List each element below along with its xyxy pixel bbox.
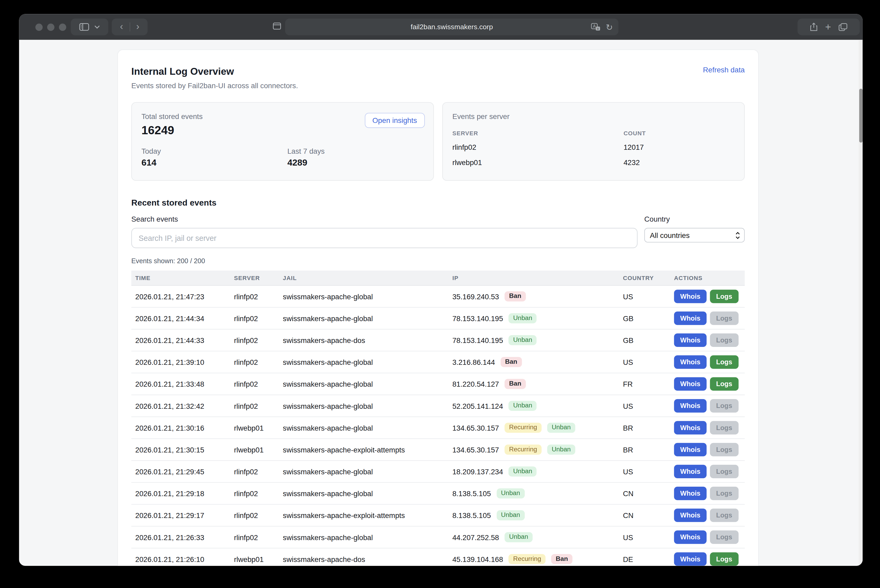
close-button[interactable] [35, 23, 43, 31]
col-jail: JAIL [279, 274, 448, 281]
fullscreen-button[interactable] [59, 23, 66, 31]
whois-button[interactable]: Whois [674, 443, 706, 456]
cell-jail: swissmakers-apache-dos [279, 555, 448, 563]
whois-button[interactable]: Whois [674, 530, 706, 544]
whois-button[interactable]: Whois [674, 377, 706, 391]
ip-address: 3.216.86.144 [452, 358, 495, 366]
unban-badge: Unban [547, 445, 575, 454]
logs-button[interactable]: Logs [710, 487, 738, 500]
page-display-icon[interactable] [273, 22, 281, 30]
eps-col-server: SERVER [452, 130, 624, 136]
page-header: Internal Log Overview Events stored by F… [131, 66, 745, 90]
cell-server: rlwebp01 [230, 446, 279, 454]
events-shown-count: Events shown: 200 / 200 [131, 257, 745, 265]
logs-button[interactable]: Logs [710, 290, 738, 303]
table-row: 2026.01.21, 21:29:17 rlinfp02 swissmaker… [131, 505, 745, 526]
whois-button[interactable]: Whois [674, 356, 706, 369]
logs-button[interactable]: Logs [710, 552, 738, 566]
logs-button[interactable]: Logs [710, 465, 738, 478]
events-per-server-title: Events per server [452, 112, 735, 121]
cell-time: 2026.01.21, 21:30:15 [131, 446, 230, 454]
new-tab-icon[interactable]: + [825, 22, 831, 32]
ip-address: 35.169.240.53 [452, 292, 499, 301]
cell-jail: swissmakers-apache-global [279, 380, 448, 388]
country-select[interactable]: All countries [644, 228, 745, 242]
logs-button[interactable]: Logs [710, 333, 738, 347]
forward-button[interactable]: › [130, 19, 146, 35]
unban-badge: Unban [509, 401, 537, 411]
logs-button[interactable]: Logs [710, 421, 738, 435]
url-bar[interactable]: fail2ban.swissmakers.corp A x ↻ [285, 18, 618, 35]
cell-server: rlinfp02 [230, 380, 279, 388]
whois-button[interactable]: Whois [674, 465, 706, 478]
cell-server: rlinfp02 [230, 358, 279, 366]
cell-jail: swissmakers-apache-exploit-attempts [279, 446, 448, 454]
col-actions: ACTIONS [670, 274, 745, 281]
chevron-down-icon[interactable] [94, 25, 100, 29]
scrollbar-track[interactable] [859, 40, 863, 566]
page-title: Internal Log Overview [131, 66, 298, 78]
reload-icon[interactable]: ↻ [606, 22, 613, 31]
translate-icon[interactable]: A x [591, 23, 601, 31]
cell-time: 2026.01.21, 21:30:16 [131, 423, 230, 432]
logs-button[interactable]: Logs [710, 377, 738, 391]
sidebar-icon[interactable] [79, 23, 89, 31]
logs-button[interactable]: Logs [710, 356, 738, 369]
whois-button[interactable]: Whois [674, 290, 706, 303]
cell-country: US [619, 358, 670, 366]
cell-country: US [619, 292, 670, 301]
cell-time: 2026.01.21, 21:39:10 [131, 358, 230, 366]
ip-address: 78.153.140.195 [452, 314, 503, 322]
browser-window: ‹ › fail2ban.swissmakers.corp A [19, 14, 863, 566]
table-row: 2026.01.21, 21:26:33 rlinfp02 swissmaker… [131, 526, 745, 548]
logs-button[interactable]: Logs [710, 399, 738, 413]
minimize-button[interactable] [47, 23, 54, 31]
whois-button[interactable]: Whois [674, 311, 706, 325]
eps-server: rlinfp02 [452, 143, 624, 152]
unban-badge: Unban [509, 335, 537, 345]
cell-time: 2026.01.21, 21:26:10 [131, 555, 230, 563]
ip-address: 81.220.54.127 [452, 380, 499, 388]
cell-jail: swissmakers-apache-global [279, 314, 448, 322]
search-input[interactable] [131, 228, 638, 248]
cell-jail: swissmakers-apache-global [279, 358, 448, 366]
scrollbar-thumb[interactable] [859, 89, 862, 142]
whois-button[interactable]: Whois [674, 508, 706, 522]
events-table: TIME SERVER JAIL IP COUNTRY ACTIONS 2026… [131, 271, 745, 566]
open-insights-button[interactable]: Open insights [364, 113, 425, 128]
cell-server: rlwebp01 [230, 423, 279, 432]
eps-row: rlinfp02 12017 [452, 143, 735, 152]
tabs-overview-icon[interactable] [838, 22, 847, 31]
recurring-badge: Recurring [505, 423, 541, 432]
stats-row: Total stored events 16249 Open insights … [131, 102, 745, 181]
table-row: 2026.01.21, 21:44:33 rlinfp02 swissmaker… [131, 330, 745, 351]
cell-server: rlinfp02 [230, 511, 279, 520]
logs-button[interactable]: Logs [710, 443, 738, 456]
cell-time: 2026.01.21, 21:47:23 [131, 292, 230, 301]
whois-button[interactable]: Whois [674, 487, 706, 500]
screenshot-stage: ‹ › fail2ban.swissmakers.corp A [0, 0, 880, 588]
table-row: 2026.01.21, 21:30:16 rlwebp01 swissmaker… [131, 417, 745, 439]
back-button[interactable]: ‹ [114, 19, 129, 35]
refresh-data-link[interactable]: Refresh data [703, 66, 745, 74]
col-time: TIME [131, 274, 230, 281]
logs-button[interactable]: Logs [710, 508, 738, 522]
logs-button[interactable]: Logs [710, 530, 738, 544]
whois-button[interactable]: Whois [674, 421, 706, 435]
cell-country: BR [619, 446, 670, 454]
ban-badge: Ban [551, 554, 573, 564]
whois-button[interactable]: Whois [674, 399, 706, 413]
unban-badge: Unban [509, 466, 537, 476]
url-text: fail2ban.swissmakers.corp [411, 23, 493, 31]
share-icon[interactable] [810, 22, 818, 32]
cell-country: CN [619, 511, 670, 520]
whois-button[interactable]: Whois [674, 333, 706, 347]
logs-button[interactable]: Logs [710, 311, 738, 325]
url-bar-icons: A x ↻ [591, 18, 613, 35]
cell-time: 2026.01.21, 21:32:42 [131, 402, 230, 410]
whois-button[interactable]: Whois [674, 552, 706, 566]
unban-badge: Unban [547, 423, 575, 432]
cell-server: rlinfp02 [230, 292, 279, 301]
today-label: Today [141, 147, 287, 156]
ban-badge: Ban [501, 357, 522, 367]
